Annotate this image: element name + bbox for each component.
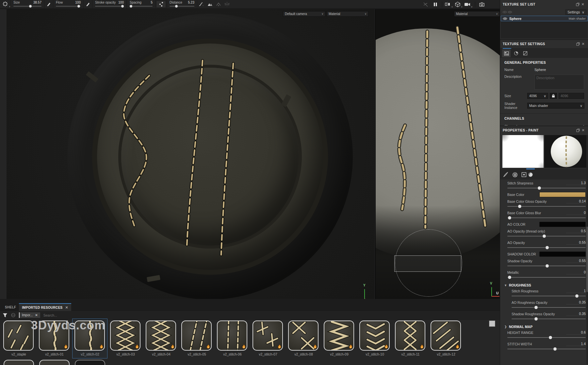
property-value[interactable]: 0 xyxy=(566,211,586,215)
spacing-value[interactable]: 5 xyxy=(151,1,153,4)
resource-thumbnail-v2_stitch-08[interactable]: v2_stitch-08 xyxy=(288,321,319,356)
slider-handle[interactable] xyxy=(553,347,557,351)
tab-alpha[interactable] xyxy=(511,170,519,179)
property-slider[interactable] xyxy=(507,216,586,220)
camera-select[interactable]: Default camera∨ xyxy=(283,11,325,17)
description-field[interactable]: Description xyxy=(534,75,584,90)
slider-handle[interactable] xyxy=(508,275,512,279)
resource-thumbnail-v2_stitch-05[interactable]: v2_stitch-05 xyxy=(181,321,212,356)
filter-funnel-icon[interactable] xyxy=(3,313,8,318)
property-slider[interactable] xyxy=(507,335,586,340)
axis-gizmo-2d[interactable]: V U xyxy=(485,279,500,299)
spacing-slider-handle[interactable] xyxy=(129,5,133,8)
property-value[interactable]: 0.55 xyxy=(566,259,586,263)
viewport-2d[interactable]: Material∨ V U xyxy=(375,9,500,299)
thumbnail-size-icon[interactable] xyxy=(489,321,495,327)
popout-icon[interactable] xyxy=(575,128,580,132)
tab-channels[interactable] xyxy=(512,49,520,57)
close-icon[interactable]: ✕ xyxy=(35,313,38,317)
property-slider[interactable] xyxy=(507,264,586,268)
filter-scope-icon[interactable] xyxy=(11,313,16,318)
property-slider[interactable] xyxy=(512,305,586,310)
property-value[interactable]: 1 xyxy=(566,289,586,293)
slider-handle[interactable] xyxy=(534,305,538,309)
slider-handle[interactable] xyxy=(537,186,541,190)
eye-icon[interactable] xyxy=(502,10,507,14)
property-value[interactable]: 0.35 xyxy=(566,300,586,304)
property-value[interactable]: 0.14 xyxy=(566,199,586,203)
lock-icon[interactable] xyxy=(550,93,557,99)
eye-material-icon[interactable] xyxy=(507,10,513,14)
resource-thumbnail-v2_staple[interactable]: v2_staple xyxy=(3,321,34,356)
color-swatch[interactable] xyxy=(539,192,586,197)
tab-material[interactable] xyxy=(526,170,535,179)
stroke-opacity-slider[interactable] xyxy=(95,5,124,8)
viewport-3d[interactable]: Default camera∨ Material∨ Y X Z xyxy=(7,9,374,299)
size-slider-handle[interactable] xyxy=(29,5,32,8)
tab-brush[interactable] xyxy=(501,170,510,179)
property-slider[interactable] xyxy=(512,294,586,298)
stroke-opacity-value[interactable]: 100 xyxy=(118,1,124,4)
slider-handle[interactable] xyxy=(545,246,549,250)
tab-shelf[interactable]: SHELF xyxy=(2,303,19,311)
spacing-preview-icon[interactable] xyxy=(156,1,166,8)
size-value[interactable]: 38.57 xyxy=(33,1,41,4)
tab-texture-settings[interactable] xyxy=(502,49,511,57)
slider-handle[interactable] xyxy=(518,204,522,208)
camera-view-icon[interactable]: ∨ xyxy=(464,1,473,8)
display-mode-select-2d[interactable]: Material∨ xyxy=(454,11,500,17)
property-value[interactable]: 0.35 xyxy=(566,312,586,316)
resource-thumbnail-v2_stitch-03[interactable]: v2_stitch-03 xyxy=(110,321,141,356)
settings-dropdown[interactable]: Settings∨ xyxy=(565,9,586,15)
display-mode-select-3d[interactable]: Material∨ xyxy=(327,11,368,17)
mirror-view-icon[interactable]: ∨ xyxy=(445,1,453,8)
flow-value[interactable]: 100 xyxy=(75,1,81,4)
search-input[interactable]: Search... xyxy=(43,313,57,317)
filter-chip[interactable]: Impor... ✕ xyxy=(19,312,40,318)
resource-thumbnail-partial[interactable] xyxy=(39,360,70,365)
resource-thumbnail-partial[interactable] xyxy=(4,360,34,365)
property-slider[interactable] xyxy=(507,347,586,351)
property-value[interactable]: 0.55 xyxy=(566,240,586,245)
resource-thumbnail-v2_stitch-07[interactable]: v2_stitch-07 xyxy=(253,321,284,356)
slider-handle[interactable] xyxy=(545,264,549,268)
tab-mesh-maps[interactable] xyxy=(521,49,530,57)
spacing-slider[interactable] xyxy=(130,5,153,8)
eye-icon[interactable] xyxy=(503,17,507,20)
close-icon[interactable]: ✕ xyxy=(580,128,586,132)
resource-thumbnail-v2_stitch-04[interactable]: v2_stitch-04 xyxy=(146,321,177,356)
popout-icon[interactable] xyxy=(575,42,580,46)
distance-slider[interactable] xyxy=(170,5,194,8)
close-icon[interactable]: ✕ xyxy=(65,305,69,310)
popout-icon[interactable] xyxy=(575,2,580,7)
axis-gizmo-3d[interactable]: Y X Z xyxy=(352,281,374,299)
lazy-mouse-off-icon[interactable] xyxy=(421,1,430,8)
material-preview-tile[interactable] xyxy=(545,135,588,168)
size-pressure-icon[interactable] xyxy=(44,1,53,8)
slider-handle[interactable] xyxy=(542,234,546,238)
falloff-curve-icon[interactable] xyxy=(197,1,206,8)
distance-slider-handle[interactable] xyxy=(175,5,178,8)
texture-set-item-sphere[interactable]: Sphere Main shader xyxy=(501,16,588,21)
snapshot-camera-icon[interactable] xyxy=(478,1,486,8)
close-icon[interactable]: ✕ xyxy=(580,42,586,46)
property-slider[interactable] xyxy=(507,204,586,209)
size-slider[interactable] xyxy=(13,5,41,8)
property-value[interactable]: 1.3 xyxy=(566,181,586,185)
brush-hardness-icon[interactable] xyxy=(206,1,214,8)
property-slider[interactable] xyxy=(512,317,586,321)
property-slider[interactable] xyxy=(507,186,586,190)
slider-handle[interactable] xyxy=(534,317,538,321)
distance-value[interactable]: 5.23 xyxy=(188,1,194,4)
view-mode-cube-icon[interactable]: ∨ xyxy=(454,1,463,8)
tab-imported-resources[interactable]: IMPORTED RESOURCES ✕ xyxy=(19,303,71,311)
slider-handle[interactable] xyxy=(508,216,512,220)
resource-thumbnail-v2_stitch-10[interactable]: v2_stitch-10 xyxy=(359,321,390,356)
flow-slider[interactable] xyxy=(56,5,81,8)
name-value[interactable]: Sphere xyxy=(534,68,546,72)
property-value[interactable]: 0 xyxy=(566,270,586,274)
close-icon[interactable]: ✕ xyxy=(580,2,585,7)
symmetry-icon[interactable] xyxy=(223,1,231,8)
property-value[interactable]: 0.6 xyxy=(566,330,586,335)
resource-thumbnail-v2_stitch-09[interactable]: v2_stitch-09 xyxy=(324,321,355,356)
